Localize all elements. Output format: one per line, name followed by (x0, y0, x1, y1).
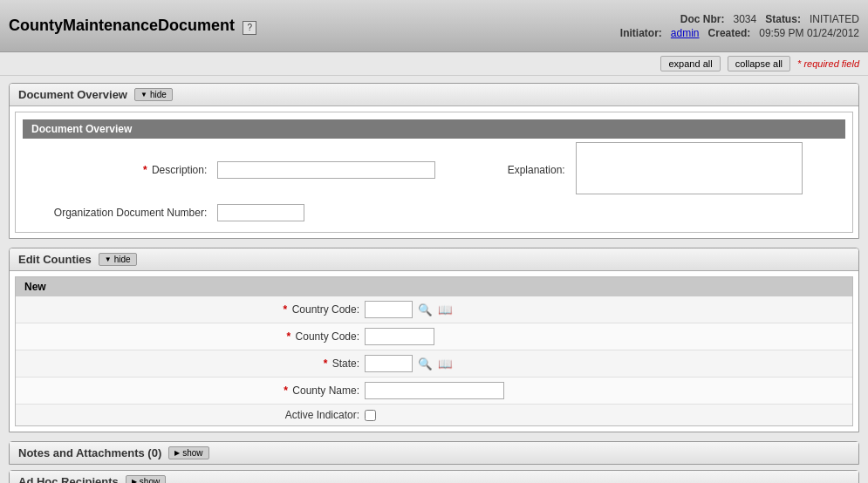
required-field-note: * required field (797, 58, 859, 69)
org-doc-number-label: Organization Document Number: (23, 201, 212, 225)
created-value: 09:59 PM 01/24/2012 (759, 27, 859, 39)
book-icon: 📖 (438, 303, 453, 316)
status-value: INITIATED (810, 13, 859, 25)
notes-title: Notes and Attachments (0) (18, 446, 161, 459)
state-label-cell: * State: (16, 357, 365, 370)
edit-counties-inner: New * Country Code: 🔍 📖 (15, 276, 853, 426)
doc-nbr-value: 3034 (734, 13, 757, 25)
edit-counties-toggle-arrow: ▼ (105, 255, 112, 263)
notes-section-header: Notes and Attachments (0) ▶ show (10, 442, 858, 464)
status-label: Status: (765, 13, 801, 25)
header-row-1: Doc Nbr: 3034 Status: INITIATED (680, 13, 859, 25)
description-label: * Description: (23, 139, 212, 201)
active-indicator-row: Active Indicator: (16, 405, 852, 425)
adhoc-arrow-right: ▶ (132, 478, 137, 483)
state-controls: 🔍 📖 (365, 355, 453, 372)
adhoc-toggle-label: show (140, 477, 160, 483)
toolbar: expand all collapse all * required field (0, 52, 868, 76)
county-name-controls (365, 382, 504, 399)
state-search-button[interactable]: 🔍 (417, 356, 433, 371)
explanation-textarea[interactable] (576, 142, 803, 194)
document-overview-section: Document Overview ▼ hide Document Overvi… (9, 83, 859, 239)
explanation-input-cell (571, 139, 845, 201)
header-row-2: Initiator: admin Created: 09:59 PM 01/24… (620, 27, 859, 39)
description-label-text: Description: (152, 164, 207, 176)
doc-title-area: CountyMaintenanceDocument ? (9, 17, 256, 35)
country-code-book-button[interactable]: 📖 (437, 302, 453, 317)
county-name-input[interactable] (365, 382, 504, 399)
state-required: * (324, 357, 328, 370)
state-label-text: State: (332, 357, 359, 370)
country-code-row: * Country Code: 🔍 📖 (16, 296, 852, 323)
active-indicator-label-cell: Active Indicator: (16, 409, 365, 421)
county-code-label-cell: * County Code: (16, 330, 365, 343)
initiator-label: Initiator: (620, 27, 662, 39)
description-row: * Description: Explanation: (23, 139, 845, 201)
country-code-search-button[interactable]: 🔍 (417, 302, 433, 317)
county-name-label-cell: * County Name: (16, 384, 365, 397)
document-title: CountyMaintenanceDocument (9, 17, 235, 34)
county-code-label-text: County Code: (296, 330, 359, 343)
county-code-input[interactable] (365, 328, 434, 345)
initiator-value[interactable]: admin (671, 27, 700, 39)
document-overview-form: * Description: Explanation: Organization… (23, 139, 845, 225)
document-overview-inner: Document Overview * Description: Explana… (15, 112, 853, 233)
notes-arrow-right: ▶ (174, 449, 180, 457)
document-overview-toggle-label: hide (150, 90, 167, 99)
notes-section: Notes and Attachments (0) ▶ show (9, 441, 859, 465)
county-code-controls (365, 328, 434, 345)
org-doc-number-input-cell (212, 201, 477, 225)
expand-all-button[interactable]: expand all (660, 56, 720, 71)
state-row: * State: 🔍 📖 (16, 350, 852, 378)
edit-counties-section-header: Edit Counties ▼ hide (10, 248, 858, 271)
document-overview-title: Document Overview (18, 88, 127, 101)
explanation-label: Explanation: (477, 139, 571, 201)
search-icon: 🔍 (418, 303, 433, 316)
country-code-input[interactable] (365, 301, 413, 318)
edit-counties-toggle[interactable]: ▼ hide (99, 253, 137, 266)
notes-toggle-label: show (182, 448, 202, 458)
toggle-arrow-down: ▼ (140, 91, 147, 99)
header-right-info: Doc Nbr: 3034 Status: INITIATED Initiato… (620, 13, 859, 39)
country-code-label-cell: * Country Code: (16, 303, 365, 316)
active-indicator-label-text: Active Indicator: (285, 409, 359, 421)
adhoc-section-header: Ad Hoc Recipients ▶ show (10, 471, 858, 483)
edit-counties-toggle-label: hide (114, 255, 131, 264)
edit-counties-title: Edit Counties (18, 253, 92, 266)
page-header: CountyMaintenanceDocument ? Doc Nbr: 303… (0, 0, 868, 52)
county-code-required: * (287, 330, 291, 343)
notes-toggle[interactable]: ▶ show (168, 446, 208, 459)
org-doc-number-row: Organization Document Number: (23, 201, 845, 225)
description-required-star: * (143, 164, 147, 176)
county-name-row: * County Name: (16, 378, 852, 405)
created-label: Created: (708, 27, 751, 39)
county-name-label-text: County Name: (292, 384, 359, 397)
country-code-controls: 🔍 📖 (365, 301, 453, 318)
state-input[interactable] (365, 355, 413, 372)
state-search-icon: 🔍 (418, 357, 433, 371)
state-book-button[interactable]: 📖 (437, 356, 453, 371)
help-button[interactable]: ? (243, 21, 256, 35)
county-code-row: * County Code: (16, 323, 852, 350)
collapse-all-button[interactable]: collapse all (728, 56, 790, 71)
country-code-label-text: Country Code: (292, 303, 359, 316)
new-label: New (16, 277, 852, 296)
org-doc-number-input[interactable] (217, 204, 304, 221)
document-overview-inner-header: Document Overview (23, 119, 845, 139)
active-indicator-checkbox[interactable] (365, 410, 376, 421)
description-input-cell (212, 139, 477, 201)
main-content: Document Overview ▼ hide Document Overvi… (0, 76, 868, 483)
document-overview-section-header: Document Overview ▼ hide (10, 84, 858, 106)
document-overview-toggle[interactable]: ▼ hide (134, 88, 173, 101)
county-name-required: * (284, 384, 288, 397)
adhoc-section: Ad Hoc Recipients ▶ show (9, 470, 859, 483)
adhoc-toggle[interactable]: ▶ show (126, 475, 166, 483)
active-indicator-controls (365, 410, 376, 421)
edit-counties-section: Edit Counties ▼ hide New * Country Code: (9, 248, 859, 432)
country-code-required: * (284, 303, 288, 316)
state-book-icon: 📖 (438, 357, 453, 371)
doc-nbr-label: Doc Nbr: (680, 13, 725, 25)
adhoc-title: Ad Hoc Recipients (18, 475, 119, 483)
description-input[interactable] (217, 161, 435, 179)
